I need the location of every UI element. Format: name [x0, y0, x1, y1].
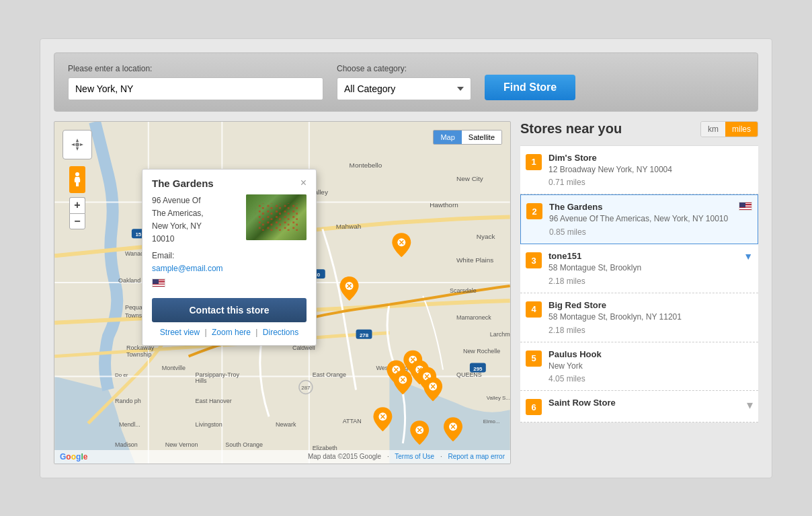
map-controls: + − — [63, 130, 92, 229]
info-email-line: Email: sample@email.com — [152, 250, 239, 275]
store-distance: 2.18 miles — [549, 326, 753, 335]
map-attribution: Google Map data ©2015 Google · Terms of … — [54, 450, 510, 464]
svg-text:Mendl...: Mendl... — [119, 421, 140, 428]
google-logo: Google — [60, 452, 87, 462]
info-address-line1: 96 Avenue Of — [152, 194, 239, 207]
store-name: Paulus Hook — [549, 349, 753, 359]
store-info: Saint Row Store — [549, 398, 744, 408]
map-type-controls: Map Satellite — [433, 130, 502, 145]
store-info: Big Red Store 58 Montague St, Brooklyn, … — [549, 300, 753, 335]
store-address: 96 Avenue Of The Americas, New York, NY … — [549, 213, 736, 225]
svg-point-73 — [75, 143, 79, 147]
svg-text:Elmo...: Elmo... — [483, 418, 500, 425]
terms-link[interactable]: Terms of Use — [395, 453, 434, 460]
svg-text:287: 287 — [301, 385, 311, 391]
zoom-out-button[interactable]: − — [69, 213, 85, 229]
category-select[interactable]: All Category Garden Store Restaurant — [337, 77, 471, 100]
svg-marker-72 — [80, 143, 83, 146]
info-popup-close-button[interactable]: × — [300, 178, 307, 188]
store-info: Dim's Store 12 Broadway New York, NY 100… — [549, 153, 753, 188]
store-item-5[interactable]: 5 Paulus Hook New York 4.05 miles — [520, 342, 758, 392]
store-name: Big Red Store — [549, 300, 753, 310]
svg-text:Hawthorn: Hawthorn — [430, 201, 458, 209]
store-flag-icon — [739, 202, 752, 211]
store-item-1[interactable]: 1 Dim's Store 12 Broadway New York, NY 1… — [520, 145, 758, 195]
store-right-icon: ▾ — [747, 398, 753, 412]
map-container: 15 295 80 278 295 West Milford Montebell… — [54, 121, 511, 464]
location-label: Please enter a location: — [68, 64, 323, 73]
garden-image — [246, 194, 307, 240]
store-item-2[interactable]: 2 The Gardens 96 Avenue Of The Americas,… — [520, 194, 758, 244]
find-store-button[interactable]: Find Store — [485, 75, 575, 100]
store-name: tone151 — [549, 251, 741, 261]
info-address-line4: 10010 — [152, 233, 239, 246]
unit-km-button[interactable]: km — [701, 122, 725, 137]
svg-text:South Orange: South Orange — [225, 441, 263, 448]
svg-marker-71 — [71, 143, 75, 146]
svg-text:New City: New City — [456, 174, 483, 182]
store-address: 58 Montague St, Brooklyn — [549, 262, 741, 274]
svg-text:Valley S...: Valley S... — [487, 395, 510, 401]
stores-panel: Stores near you km miles 1 Dim's Store 1… — [520, 121, 758, 464]
svg-text:Township: Township — [126, 351, 151, 357]
svg-text:Rando ph: Rando ph — [115, 398, 141, 404]
map-type-satellite-button[interactable]: Satellite — [462, 131, 501, 144]
street-view-link[interactable]: Street view — [160, 328, 200, 337]
street-view-icon[interactable] — [69, 166, 85, 193]
store-chevron-icon: ▾ — [747, 398, 753, 412]
info-flag-icon-container — [152, 279, 239, 291]
category-label: Choose a category: — [337, 64, 471, 73]
store-address: 12 Broadway New York, NY 10004 — [549, 164, 753, 176]
info-address-line3: New York, NY — [152, 220, 239, 233]
svg-text:15: 15 — [135, 231, 141, 237]
main-content: 15 295 80 278 295 West Milford Montebell… — [54, 121, 758, 464]
zoom-here-link[interactable]: Zoom here — [212, 328, 251, 337]
svg-text:Parsippany-Troy: Parsippany-Troy — [196, 371, 240, 377]
store-number: 2 — [526, 203, 542, 219]
directions-link[interactable]: Directions — [263, 328, 298, 337]
svg-text:East Orange: East Orange — [313, 371, 346, 377]
report-map-link[interactable]: Report a map error — [448, 453, 505, 460]
store-list: 1 Dim's Store 12 Broadway New York, NY 1… — [520, 145, 758, 423]
store-info: tone151 58 Montague St, Brooklyn 2.18 mi… — [549, 251, 741, 286]
svg-point-74 — [75, 172, 79, 176]
svg-text:ATTAN: ATTAN — [343, 418, 362, 425]
info-popup-image — [246, 194, 307, 240]
svg-text:White Plains: White Plains — [456, 256, 493, 264]
store-item-4[interactable]: 4 Big Red Store 58 Montague St, Brooklyn… — [520, 293, 758, 342]
location-group: Please enter a location: — [68, 64, 323, 100]
svg-text:Do er: Do er — [115, 371, 128, 377]
store-item-3[interactable]: 3 tone151 58 Montague St, Brooklyn 2.18 … — [520, 244, 758, 293]
nav-pad[interactable] — [63, 130, 92, 159]
svg-text:Oakland: Oakland — [118, 277, 140, 284]
store-address: 58 Montague St, Brooklyn, NY 11201 — [549, 311, 753, 323]
unit-miles-button[interactable]: miles — [725, 122, 758, 137]
store-distance: 4.05 miles — [549, 374, 753, 383]
store-distance: 0.71 miles — [549, 178, 753, 187]
map-type-map-button[interactable]: Map — [434, 131, 461, 144]
store-name: Saint Row Store — [549, 398, 744, 408]
flag-icon — [152, 279, 165, 287]
stores-title: Stores near you — [520, 121, 622, 137]
store-address: New York — [549, 361, 753, 372]
svg-text:278: 278 — [360, 332, 369, 338]
store-info: Paulus Hook New York 4.05 miles — [549, 349, 753, 384]
store-name: The Gardens — [549, 202, 736, 212]
info-email-link[interactable]: sample@email.com — [152, 264, 223, 273]
info-popup-body: 96 Avenue Of The Americas, New York, NY … — [152, 194, 307, 291]
svg-text:Scarsdale: Scarsdale — [450, 287, 477, 294]
store-number: 6 — [526, 399, 542, 415]
store-name: Dim's Store — [549, 153, 753, 163]
svg-text:Mahwah: Mahwah — [336, 223, 362, 230]
svg-text:East Hanover: East Hanover — [196, 398, 232, 404]
store-info: The Gardens 96 Avenue Of The Americas, N… — [549, 202, 736, 237]
location-input[interactable] — [68, 77, 323, 100]
info-popup-title: The Gardens — [152, 178, 214, 189]
unit-toggle: km miles — [700, 121, 758, 137]
contact-store-button[interactable]: Contact this store — [152, 298, 307, 322]
store-item-6[interactable]: 6 Saint Row Store ▾ — [520, 391, 758, 422]
store-filter-icon: ▼ — [743, 251, 753, 262]
info-email-label: Email: — [152, 251, 174, 260]
stores-header: Stores near you km miles — [520, 121, 758, 137]
zoom-in-button[interactable]: + — [69, 197, 85, 213]
